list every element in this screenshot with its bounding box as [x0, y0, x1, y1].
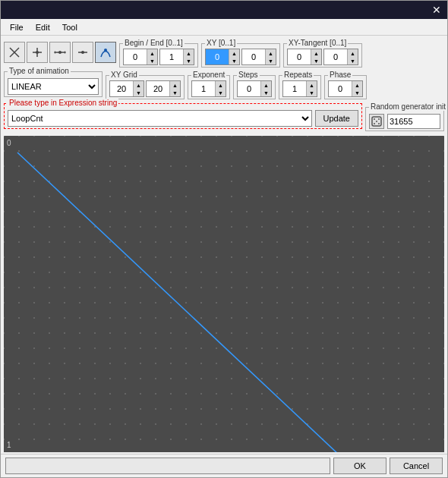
exponent-up-btn[interactable]: ▲	[215, 81, 226, 89]
repeats-down-btn[interactable]: ▼	[306, 89, 317, 96]
phase-group: Phase ▲ ▼	[324, 75, 367, 99]
tool-remove-btn[interactable]	[72, 42, 93, 63]
svg-point-14	[378, 123, 380, 124]
expression-select[interactable]: LoopCnt Time Random	[8, 110, 312, 127]
exponent-input[interactable]	[192, 81, 215, 96]
tool-move-btn[interactable]	[49, 42, 71, 63]
close-button[interactable]: ✕	[429, 4, 444, 16]
xygrid-x-spinbtns: ▲ ▼	[133, 81, 144, 96]
svg-line-18	[17, 153, 442, 452]
xygrid-y-up-btn[interactable]: ▲	[169, 81, 180, 89]
bottom-bar: OK Cancel	[1, 454, 447, 477]
steps-label: Steps	[237, 71, 260, 79]
svg-marker-6	[54, 51, 55, 54]
xygrid-y-input[interactable]	[147, 81, 169, 96]
xyt-y-spinfield: ▲ ▼	[323, 49, 358, 65]
steps-input[interactable]	[238, 81, 260, 96]
svg-point-13	[374, 118, 375, 120]
menu-tool[interactable]: Tool	[56, 21, 84, 33]
repeats-spinfield: ▲ ▼	[282, 80, 317, 97]
xyt-y-down-btn[interactable]: ▼	[347, 57, 358, 64]
xytangent-label: XY-Tangent [0..1]	[287, 39, 348, 47]
xyt-x-up-btn[interactable]: ▲	[311, 49, 321, 57]
xy-x-spinbtns: ▲ ▼	[229, 49, 239, 64]
update-button[interactable]: Update	[315, 110, 358, 127]
xy-y-input[interactable]	[242, 49, 265, 64]
end-spinfield: ▲ ▼	[159, 49, 194, 65]
menu-file[interactable]: File	[4, 21, 30, 33]
begin-end-label: Begin / End [0..1]	[123, 39, 185, 47]
xyt-y-input[interactable]	[324, 49, 347, 64]
xygrid-y-spinfield: ▲ ▼	[146, 80, 181, 97]
steps-up-btn[interactable]: ▲	[260, 81, 271, 89]
begin-spinfield: ▲ ▼	[123, 49, 158, 65]
status-input[interactable]	[5, 458, 330, 474]
xy-x-input[interactable]	[206, 49, 229, 64]
tool-select-btn[interactable]	[4, 42, 25, 63]
xyt-x-spinbtns: ▲ ▼	[311, 49, 321, 64]
cancel-button[interactable]: Cancel	[390, 458, 443, 474]
tool-curve-btn[interactable]	[95, 42, 116, 63]
chart-line	[4, 136, 444, 452]
repeats-up-btn[interactable]: ▲	[306, 81, 317, 89]
toolbar-buttons	[4, 42, 116, 63]
random-gen-icon-btn[interactable]	[369, 114, 384, 129]
steps-spinfield: ▲ ▼	[237, 80, 272, 97]
title-bar: ✕	[1, 1, 447, 19]
xyt-y-up-btn[interactable]: ▲	[347, 49, 358, 57]
phase-up-btn[interactable]: ▲	[352, 81, 362, 89]
xytangent-group: XY-Tangent [0..1] ▲ ▼ ▲ ▼	[283, 43, 362, 68]
xy-label: XY [0..1]	[205, 39, 237, 47]
xygrid-x-up-btn[interactable]: ▲	[133, 81, 144, 89]
xyt-x-down-btn[interactable]: ▼	[311, 57, 321, 64]
xygrid-y-down-btn[interactable]: ▼	[169, 89, 180, 96]
xy-x-up-btn[interactable]: ▲	[229, 49, 239, 57]
begin-spinbtns: ▲ ▼	[147, 49, 157, 64]
random-gen-input[interactable]	[387, 114, 440, 129]
xyt-y-spinbtns: ▲ ▼	[347, 49, 358, 64]
phase-label: Phase	[328, 71, 352, 79]
begin-down-btn[interactable]: ▼	[147, 57, 157, 64]
xy-group: XY [0..1] ▲ ▼ ▲ ▼	[201, 43, 280, 68]
begin-input[interactable]	[124, 49, 147, 64]
end-down-btn[interactable]: ▼	[183, 57, 194, 64]
repeats-label: Repeats	[282, 71, 314, 79]
steps-down-btn[interactable]: ▼	[260, 89, 271, 96]
type-animation-select[interactable]: LINEAR EASE_IN EASE_OUT EASE_IN_OUT BOUN…	[8, 78, 99, 95]
controls-row-3: Please type in Expression string LoopCnt…	[4, 101, 444, 131]
repeats-input[interactable]	[283, 81, 306, 96]
tool-add-point-btn[interactable]	[27, 42, 48, 63]
random-gen-label: Random generator init	[369, 102, 447, 111]
remove-icon	[77, 46, 89, 58]
xyt-x-input[interactable]	[288, 49, 311, 64]
ok-button[interactable]: OK	[333, 458, 386, 474]
chart-area[interactable]: 0 1	[4, 136, 444, 452]
exponent-down-btn[interactable]: ▼	[215, 89, 226, 96]
exponent-spinfield: ▲ ▼	[191, 80, 226, 97]
exponent-group: Exponent ▲ ▼	[188, 75, 230, 99]
menu-edit[interactable]: Edit	[30, 21, 56, 33]
xyt-x-spinfield: ▲ ▼	[287, 49, 322, 65]
xygrid-y-spinbtns: ▲ ▼	[169, 81, 180, 96]
xygrid-x-down-btn[interactable]: ▼	[133, 89, 144, 96]
end-input[interactable]	[160, 49, 183, 64]
controls-row-1: Begin / End [0..1] ▲ ▼ ▲ ▼	[4, 37, 444, 68]
phase-input[interactable]	[329, 81, 352, 96]
xy-x-down-btn[interactable]: ▼	[229, 57, 239, 64]
xy-y-up-btn[interactable]: ▲	[265, 49, 276, 57]
svg-point-4	[36, 51, 39, 54]
select-icon	[8, 46, 21, 58]
svg-point-8	[58, 51, 62, 54]
xygrid-x-input[interactable]	[110, 81, 133, 96]
exponent-spinbtns: ▲ ▼	[215, 81, 226, 96]
begin-end-group: Begin / End [0..1] ▲ ▼ ▲ ▼	[119, 43, 198, 68]
main-window: ✕ File Edit Tool	[0, 0, 448, 478]
controls-area: Begin / End [0..1] ▲ ▼ ▲ ▼	[1, 36, 447, 134]
xy-y-down-btn[interactable]: ▼	[265, 57, 276, 64]
end-up-btn[interactable]: ▲	[183, 49, 194, 57]
begin-up-btn[interactable]: ▲	[147, 49, 157, 57]
svg-marker-7	[65, 51, 66, 54]
phase-down-btn[interactable]: ▼	[352, 89, 362, 96]
expression-group: Please type in Expression string LoopCnt…	[4, 103, 362, 129]
dice-icon	[371, 116, 382, 127]
